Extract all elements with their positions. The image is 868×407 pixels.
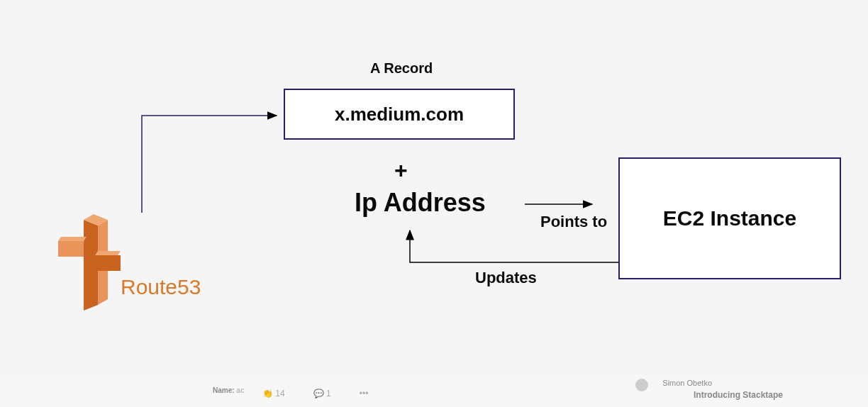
a-record-title: A Record [370,60,433,77]
svg-marker-1 [84,220,98,311]
footer-author: Simon Obetko [662,379,712,387]
footer-title: Introducing Stacktape [694,390,783,400]
footer-name: Name: ac [213,386,244,394]
comment-icon[interactable]: 💬 1 [313,389,331,398]
svg-marker-8 [95,251,121,255]
ip-address-label: Ip Address [355,188,486,218]
ec2-label: EC2 Instance [663,206,796,230]
ec2-instance-box: EC2 Instance [618,157,841,279]
route53-label: Route53 [121,275,201,299]
route53-icon [57,213,121,312]
footer-actions: 👏 14 💬 1 ••• [262,389,368,398]
a-record-domain: x.medium.com [335,104,464,126]
plus-sign: + [394,157,408,184]
svg-marker-4 [58,241,84,257]
more-icon[interactable]: ••• [360,389,369,398]
a-record-box: x.medium.com [284,89,515,140]
points-to-label: Points to [540,213,607,231]
svg-marker-7 [98,255,121,271]
clap-icon[interactable]: 👏 14 [262,389,285,398]
footer-avatar [635,379,648,391]
updates-label: Updates [475,269,537,287]
svg-marker-5 [58,237,87,241]
